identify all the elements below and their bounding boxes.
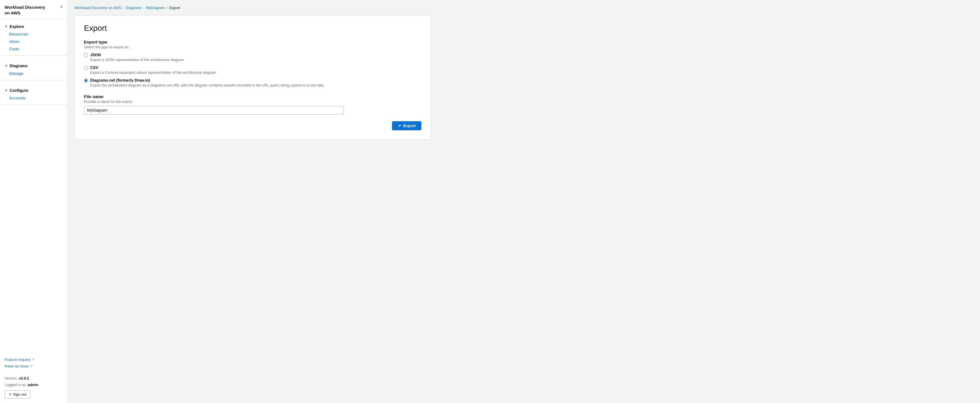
sidebar-section-header-diagrams[interactable]: ▼ Diagrams [0, 62, 68, 70]
radio-csv-label[interactable]: CSV [90, 65, 98, 70]
sidebar-item-views[interactable]: Views [0, 38, 68, 45]
sidebar-header: Workload Discoveryon AWS × [0, 0, 68, 19]
export-type-subtitle: Select the type to export as. [84, 45, 422, 49]
breadcrumb-sep-1: › [123, 6, 124, 10]
breadcrumb-diagrams[interactable]: Diagrams [126, 6, 142, 10]
version-value: v2.0.2 [19, 376, 29, 381]
sidebar-item-resources[interactable]: Resources [0, 30, 68, 38]
feature-request-link[interactable]: Feature request ↗ [5, 356, 63, 363]
logged-in-label: Logged in as: [5, 383, 28, 387]
feature-request-label: Feature request [5, 357, 30, 362]
sidebar-divider-2 [0, 80, 68, 80]
radio-json-text: JSON Export a JSON representation of the… [90, 53, 184, 62]
file-name-input[interactable] [84, 106, 344, 115]
radio-drawio[interactable] [84, 78, 88, 83]
file-name-label: File name [84, 94, 422, 99]
version-label: Version: [5, 376, 19, 381]
sidebar-item-manage[interactable]: Manage [0, 70, 68, 77]
sidebar-close-button[interactable]: × [60, 4, 63, 10]
radio-json-description: Export a JSON representation of the arch… [90, 57, 184, 62]
logged-in-user: admin [28, 383, 38, 387]
sidebar: Workload Discoveryon AWS × ▼ Explore Res… [0, 0, 68, 403]
explore-arrow-icon: ▼ [5, 25, 8, 29]
sidebar-section-configure: ▼ Configure Accounts [0, 83, 68, 102]
sidebar-footer: Feature request ↗ Raise an issue ↗ Versi… [0, 352, 68, 403]
radio-drawio-label[interactable]: Diagrams.net (formerly Draw.io) [90, 78, 150, 83]
sidebar-item-costs[interactable]: Costs [0, 45, 68, 53]
configure-arrow-icon: ▼ [5, 88, 8, 92]
export-type-section: Export type Select the type to export as… [84, 40, 422, 87]
configure-section-label: Configure [10, 88, 28, 93]
file-name-section: File name Provide a name for the export [84, 94, 422, 115]
sign-out-button[interactable]: ↗ Sign out [5, 390, 30, 398]
sidebar-item-accounts[interactable]: Accounts [0, 94, 68, 102]
radio-option-drawio: Diagrams.net (formerly Draw.io) Export t… [84, 78, 422, 87]
breadcrumb: Workload Discovery on AWS › Diagrams › M… [75, 6, 973, 10]
logged-in-info: Logged in as: admin [5, 383, 63, 387]
export-card: Export Export type Select the type to ex… [75, 16, 431, 140]
sidebar-section-header-configure[interactable]: ▼ Configure [0, 86, 68, 94]
sidebar-section-explore: ▼ Explore Resources Views Costs [0, 19, 68, 53]
radio-csv[interactable] [84, 66, 88, 70]
radio-option-csv: CSV Export a Comma-separated values repr… [84, 65, 422, 75]
breadcrumb-current: Export [170, 6, 180, 10]
export-actions: ↗ Export [84, 121, 422, 130]
external-link-icon-feature: ↗ [32, 358, 35, 362]
breadcrumb-workload-discovery[interactable]: Workload Discovery on AWS [75, 6, 121, 10]
main-content: Workload Discovery on AWS › Diagrams › M… [68, 0, 980, 403]
sidebar-divider-3 [0, 105, 68, 105]
breadcrumb-sep-3: › [167, 6, 168, 10]
diagrams-section-label: Diagrams [10, 64, 28, 68]
version-info: Version: v2.0.2 [5, 376, 63, 381]
radio-csv-text: CSV Export a Comma-separated values repr… [90, 65, 216, 75]
breadcrumb-sep-2: › [143, 6, 145, 10]
sidebar-section-diagrams: ▼ Diagrams Manage [0, 59, 68, 77]
radio-drawio-description: Export the architecture diagram as a dia… [90, 83, 325, 87]
radio-json[interactable] [84, 53, 88, 57]
export-page-title: Export [84, 24, 422, 33]
radio-json-label[interactable]: JSON [90, 53, 101, 57]
raise-issue-link[interactable]: Raise an issue ↗ [5, 363, 63, 370]
export-button[interactable]: ↗ Export [392, 121, 422, 130]
external-link-icon-issue: ↗ [30, 364, 32, 368]
sign-out-label: Sign out [13, 392, 27, 397]
radio-csv-description: Export a Comma-separated values represen… [90, 70, 216, 75]
export-type-title: Export type [84, 40, 422, 45]
sign-out-icon: ↗ [8, 392, 11, 397]
diagrams-arrow-icon: ▼ [5, 64, 8, 68]
raise-issue-label: Raise an issue [5, 364, 29, 368]
radio-drawio-text: Diagrams.net (formerly Draw.io) Export t… [90, 78, 325, 87]
sidebar-title: Workload Discoveryon AWS [5, 5, 45, 16]
file-name-sublabel: Provide a name for the export [84, 99, 422, 104]
export-button-icon: ↗ [398, 124, 401, 128]
sidebar-section-header-explore[interactable]: ▼ Explore [0, 22, 68, 30]
radio-option-json: JSON Export a JSON representation of the… [84, 53, 422, 62]
explore-section-label: Explore [10, 24, 24, 29]
breadcrumb-mydiagram[interactable]: MyDiagram [146, 6, 165, 10]
export-button-label: Export [403, 124, 416, 128]
